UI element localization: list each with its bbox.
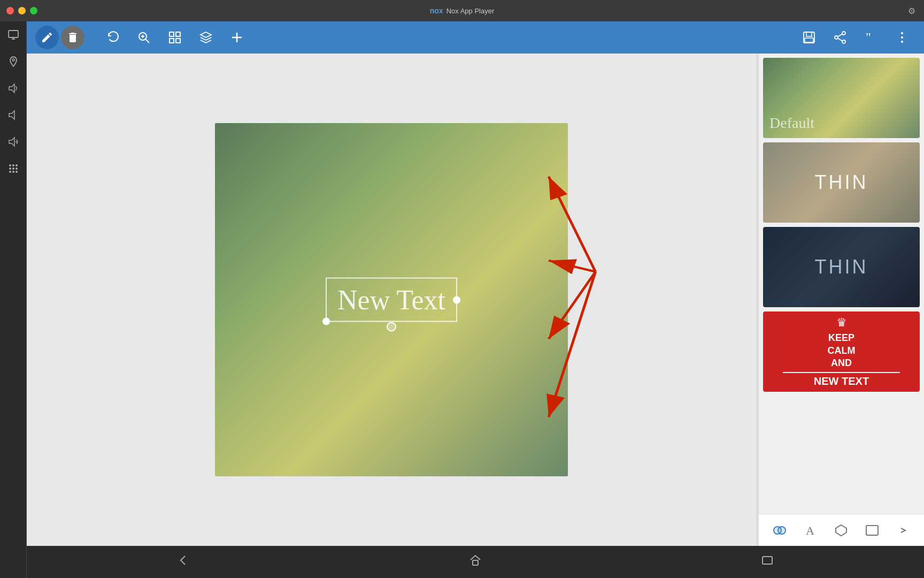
sidebar-icon-location[interactable]: [5, 54, 21, 70]
text-tool-button[interactable]: A: [799, 519, 822, 542]
svg-line-20: [145, 39, 149, 43]
svg-point-34: [842, 40, 845, 43]
text-element[interactable]: New Text: [326, 278, 457, 322]
nox-logo: nox: [430, 6, 443, 15]
tool-group-primary: [35, 26, 84, 49]
svg-point-16: [9, 171, 11, 173]
keepcalm-text: KEEPCALMAND: [828, 332, 856, 369]
svg-rect-0: [9, 31, 18, 37]
edit-button[interactable]: [35, 26, 59, 49]
svg-point-47: [778, 527, 786, 534]
maximize-button[interactable]: [30, 7, 37, 14]
svg-point-11: [12, 164, 14, 166]
svg-point-15: [16, 168, 18, 170]
main-toolbar: ": [27, 21, 924, 54]
share-button[interactable]: [827, 26, 853, 49]
svg-point-3: [12, 59, 14, 61]
home-nav-button[interactable]: [468, 553, 482, 571]
template-thin1[interactable]: THIN: [763, 142, 920, 223]
main-layout: " New Text: [0, 21, 924, 578]
settings-icon[interactable]: ⚙: [908, 6, 915, 16]
svg-marker-6: [9, 138, 14, 146]
grid-button[interactable]: [161, 26, 188, 49]
svg-point-32: [842, 32, 845, 35]
template-default-label: Default: [769, 115, 814, 132]
template-keepcalm[interactable]: ♛ KEEPCALMAND NEW TEXT: [763, 311, 920, 392]
canvas-text: New Text: [337, 284, 445, 316]
more-tool-button[interactable]: [891, 519, 915, 542]
sidebar-icon-monitor[interactable]: [5, 27, 21, 43]
svg-point-33: [835, 36, 838, 39]
template-thin2-label: THIN: [815, 256, 868, 278]
app-title: nox Nox App Player: [430, 6, 495, 15]
svg-rect-50: [866, 526, 878, 535]
right-scale-handle[interactable]: [453, 296, 460, 303]
svg-rect-24: [176, 32, 180, 36]
svg-point-13: [9, 168, 11, 170]
svg-marker-4: [9, 84, 14, 93]
toolbar-right: ": [796, 26, 915, 49]
quote-button[interactable]: ": [858, 26, 884, 49]
svg-rect-31: [805, 38, 813, 42]
sidebar-icon-speaker[interactable]: [5, 107, 21, 123]
svg-text:A: A: [806, 524, 814, 537]
recent-nav-button[interactable]: [760, 553, 774, 571]
canvas-right-area: New Text: [27, 54, 924, 546]
svg-point-10: [9, 164, 11, 166]
more-button[interactable]: [889, 26, 915, 49]
svg-point-40: [901, 41, 903, 43]
sidebar-icon-broadcast[interactable]: [5, 134, 21, 150]
right-panel: Default THIN THIN ♛ KEEPCALMAND NEW TEXT: [758, 54, 924, 546]
svg-rect-26: [176, 39, 180, 43]
sidebar-icon-apps[interactable]: [5, 161, 21, 177]
layers-button[interactable]: [192, 26, 219, 49]
svg-rect-30: [806, 32, 812, 36]
close-button[interactable]: [6, 7, 14, 14]
content-area: " New Text: [27, 21, 924, 578]
template-thin1-label: THIN: [815, 171, 868, 194]
svg-point-14: [12, 168, 14, 170]
svg-point-39: [901, 36, 903, 39]
crown-icon: ♛: [836, 316, 847, 330]
add-button[interactable]: [224, 26, 250, 49]
svg-rect-25: [170, 39, 174, 43]
frame-tool-button[interactable]: [860, 519, 884, 542]
zoom-button[interactable]: [130, 26, 157, 49]
left-sidebar: [0, 21, 27, 578]
keepcalm-newtext: NEW TEXT: [783, 372, 899, 387]
svg-rect-51: [473, 560, 478, 565]
template-thin2[interactable]: THIN: [763, 227, 920, 307]
app-name: Nox App Player: [446, 7, 495, 15]
svg-marker-49: [836, 525, 846, 536]
minimize-button[interactable]: [18, 7, 26, 14]
right-bottom-bar: A: [759, 514, 924, 546]
svg-marker-5: [9, 111, 14, 119]
svg-point-38: [901, 32, 903, 34]
svg-rect-52: [763, 557, 772, 564]
svg-point-18: [16, 171, 18, 173]
svg-rect-29: [804, 32, 814, 43]
template-default[interactable]: Default: [763, 58, 920, 138]
bottom-nav: [27, 546, 924, 578]
canvas-area[interactable]: New Text: [27, 54, 756, 546]
back-nav-button[interactable]: [176, 553, 190, 571]
save-button[interactable]: [796, 26, 822, 49]
shape-tool-button[interactable]: [829, 519, 853, 542]
templates-list: Default THIN THIN ♛ KEEPCALMAND NEW TEXT: [759, 54, 924, 514]
canvas-image: New Text: [215, 123, 568, 476]
svg-line-36: [838, 39, 842, 41]
svg-rect-23: [170, 32, 174, 36]
undo-button[interactable]: [99, 26, 126, 49]
delete-button[interactable]: [61, 26, 84, 49]
svg-point-12: [16, 164, 18, 166]
rotate-handle[interactable]: [387, 322, 396, 332]
titlebar: nox Nox App Player ⚙: [0, 0, 924, 21]
svg-point-17: [12, 171, 14, 173]
window-controls: [6, 7, 37, 14]
blend-tool-button[interactable]: [768, 519, 791, 542]
sidebar-icon-volume[interactable]: [5, 80, 21, 96]
left-scale-handle[interactable]: [322, 318, 330, 325]
svg-line-35: [838, 34, 842, 37]
svg-text:": ": [866, 31, 871, 44]
